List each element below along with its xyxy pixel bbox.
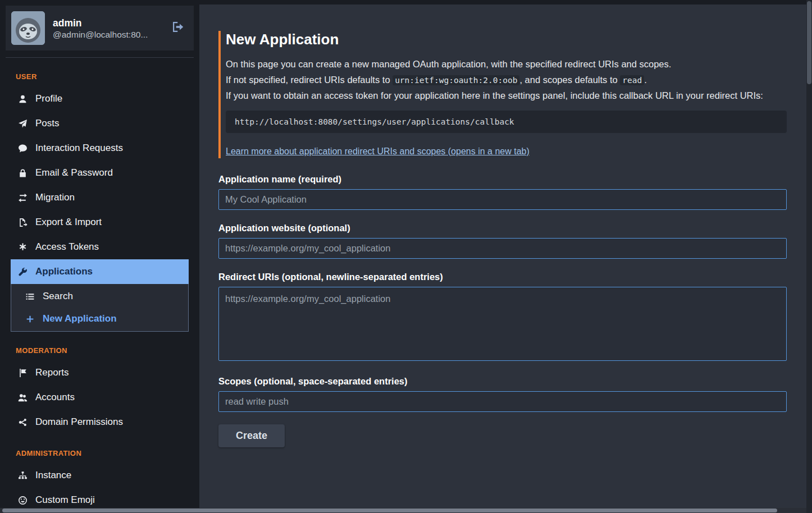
redirect-uris-group: Redirect URIs (optional, newline-separat… [218,272,787,363]
read-inline-code: read [620,75,644,85]
create-button[interactable]: Create [218,424,285,447]
username: admin [53,16,163,30]
user-handle: @admin@localhost:80... [53,30,163,40]
scopes-group: Scopes (optional, space-separated entrie… [218,376,787,412]
sidebar-item-applications[interactable]: Applications [11,259,189,284]
sidebar-item-instance[interactable]: Instance [11,463,189,488]
learn-more-link[interactable]: Learn more about application redirect UR… [226,146,530,156]
learn-more-wrap: Learn more about application redirect UR… [226,144,787,159]
section-header-administration: ADMINISTRATION [16,449,184,457]
sidebar-item-domain-permissions[interactable]: Domain Permissions [11,410,189,434]
applications-submenu: Search New Application [11,284,189,332]
intro-line-2-pre: If not specified, redirect URIs defaults… [226,75,393,85]
plus-icon [25,314,35,324]
wrench-icon [17,267,28,277]
lock-icon [17,168,28,178]
smiley-icon [17,496,28,505]
sidebar-item-label: Migration [35,191,75,204]
redirect-uris-label: Redirect URIs (optional, newline-separat… [218,272,787,282]
scopes-label: Scopes (optional, space-separated entrie… [218,376,787,387]
sidebar-item-label: New Application [43,313,117,325]
application-name-label: Application name (required) [218,174,787,185]
sidebar-item-label: Applications [35,265,93,278]
sidebar-item-export-import[interactable]: Export & Import [11,210,189,235]
page-title: New Application [226,31,787,48]
sidebar-item-label: Domain Permissions [35,416,123,428]
sidebar-item-label: Access Tokens [35,241,99,253]
intro-line-2-mid: , and scopes defaults to [519,75,620,85]
flag-icon [17,368,28,378]
sidebar-item-label: Instance [35,469,71,482]
application-website-input[interactable] [218,238,787,259]
sidebar-item-interaction-requests[interactable]: Interaction Requests [11,136,189,161]
intro-line-1: On this page you can create a new manage… [226,57,787,71]
sidebar-item-profile[interactable]: Profile [11,86,189,111]
callback-url-code: http://localhost:8080/settings/user/appl… [226,111,787,133]
avatar [11,11,45,45]
user-info: admin @admin@localhost:80... [53,16,163,40]
sidebar-item-migration[interactable]: Migration [11,185,189,210]
intro-line-2-post: . [644,75,647,85]
sidebar-item-label: Profile [35,93,62,105]
application-website-group: Application website (optional) [218,223,787,259]
vertical-scrollbar-track [806,0,812,513]
file-export-icon [17,218,28,227]
sidebar: admin @admin@localhost:80... USER Profil… [0,0,199,513]
list-icon [25,292,35,301]
vertical-scrollbar-thumb[interactable] [807,1,811,84]
application-name-group: Application name (required) [218,174,787,210]
exchange-arrows-icon [17,193,28,203]
main-column: New Application On this page you can cre… [199,0,806,513]
sidebar-item-label: Posts [35,117,60,130]
sidebar-item-accounts[interactable]: Accounts [11,385,189,410]
applications-block: Applications Search New Application [11,259,189,332]
sidebar-item-label: Custom Emoji [35,494,95,506]
scopes-input[interactable] [218,391,787,412]
users-icon [17,393,28,402]
intro-line-3: If you want to obtain an access token fo… [226,89,787,103]
redirect-uris-textarea[interactable] [218,287,787,361]
section-header-user: USER [16,72,184,81]
sidebar-item-new-application[interactable]: New Application [11,308,188,330]
network-nodes-icon [17,418,28,427]
nav-administration: Instance Custom Emoji Actions [11,463,189,513]
sidebar-item-posts[interactable]: Posts [11,111,189,136]
user-card-wrap: admin @admin@localhost:80... [6,6,194,58]
sidebar-item-email-password[interactable]: Email & Password [11,161,189,185]
intro-block: New Application On this page you can cre… [218,31,787,158]
sidebar-item-access-tokens[interactable]: Access Tokens [11,235,189,259]
logout-icon[interactable] [171,20,185,36]
token-asterisk-icon [17,242,28,252]
horizontal-scrollbar-track [0,508,806,513]
nav-moderation: Reports Accounts Domain Permissions [11,360,189,434]
nav-user: Profile Posts Interaction Requests Email… [11,86,189,259]
sidebar-item-label: Reports [35,367,69,379]
section-header-moderation: MODERATION [16,346,184,355]
user-card[interactable]: admin @admin@localhost:80... [6,6,194,51]
horizontal-scrollbar-thumb[interactable] [2,509,777,512]
sidebar-item-label: Export & Import [35,216,102,228]
application-website-label: Application website (optional) [218,223,787,233]
intro-line-2: If not specified, redirect URIs defaults… [226,73,787,88]
application-name-input[interactable] [218,189,787,210]
sidebar-item-label: Search [43,290,73,303]
user-icon [17,94,28,104]
sidebar-item-search[interactable]: Search [11,285,188,308]
main-panel: New Application On this page you can cre… [199,4,806,513]
sidebar-item-label: Email & Password [35,167,113,179]
new-application-form: Application name (required) Application … [218,174,787,447]
sidebar-item-label: Accounts [35,391,75,404]
sidebar-item-label: Interaction Requests [35,142,123,154]
paper-plane-icon [17,119,28,129]
comment-icon [17,144,28,153]
sidebar-item-reports[interactable]: Reports [11,360,189,385]
oob-inline-code: urn:ietf:wg:oauth:2.0:oob [393,75,519,85]
sitemap-icon [17,471,28,480]
